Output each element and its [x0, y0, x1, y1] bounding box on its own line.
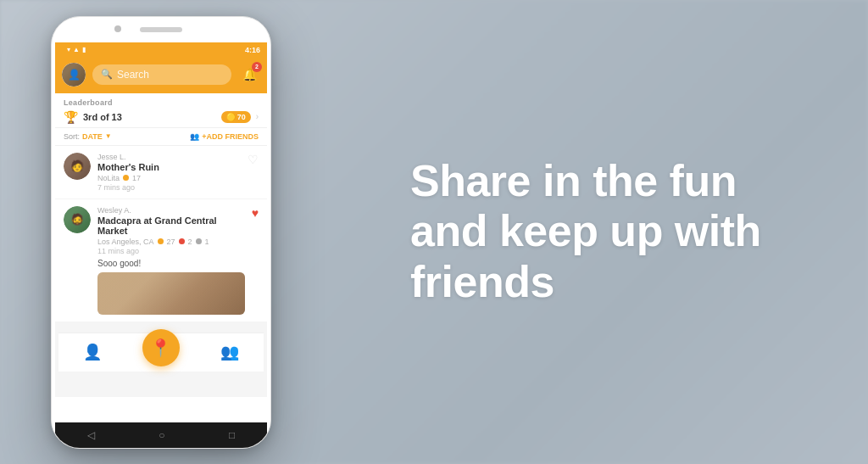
like-button-1[interactable]: ♡	[248, 153, 259, 192]
search-icon: 🔍	[101, 69, 113, 80]
neighborhood-label: NoLita	[97, 174, 120, 182]
points-badge: 🟡 70	[221, 111, 251, 123]
score-dot-1	[123, 175, 129, 181]
feed-meta-1: NoLita 17	[97, 174, 241, 182]
user-avatar[interactable]: 👤	[62, 63, 86, 87]
leaderboard-row: 🏆 3rd of 13 🟡 70 ›	[64, 110, 259, 124]
sort-label: Sort:	[64, 132, 80, 141]
feed-place-1[interactable]: Mother's Ruin	[97, 162, 241, 172]
add-friends-label: +ADD FRIENDS	[202, 132, 259, 141]
battery-icon: ▮	[82, 46, 86, 53]
status-bar: ▾ ▲ ▮ 4:16	[55, 42, 267, 58]
hero-line2: and keep up with	[410, 207, 761, 256]
feed-image-2	[97, 272, 245, 315]
hero-heading: Share in the fun and keep up with friend…	[410, 156, 817, 308]
notification-badge: 2	[252, 62, 262, 72]
hero-line3: friends	[410, 257, 554, 306]
nav-checkin[interactable]: 📍	[140, 333, 182, 372]
status-time: 4:16	[245, 46, 260, 54]
comments-dot	[196, 238, 202, 244]
feed-time-1: 7 mins ago	[97, 183, 241, 192]
phone-camera	[114, 25, 121, 32]
likes-dot	[179, 238, 185, 244]
add-friends-icon: 👥	[190, 132, 199, 141]
feed-avatar-2: 🧔	[64, 206, 91, 233]
sort-chevron-icon: ▼	[105, 132, 112, 140]
feed-user-2: Wesley A.	[97, 206, 245, 215]
feed-meta-2: Los Angeles, CA 27 2 1	[97, 238, 245, 246]
score-1: 17	[132, 174, 141, 182]
sort-controls[interactable]: Sort: DATE ▼	[64, 132, 112, 141]
feed-image-overlay	[97, 272, 245, 315]
back-button[interactable]: ◁	[87, 429, 95, 441]
status-icons: ▾ ▲ ▮	[67, 46, 86, 53]
feed-user-1: Jesse L.	[97, 153, 241, 161]
feed-content-1: Jesse L. Mother's Ruin NoLita 17 7 mins …	[97, 153, 241, 192]
nav-profile[interactable]: 👤	[71, 333, 114, 372]
rank-icon: 🏆	[64, 110, 78, 124]
wifi-icon: ▾	[67, 46, 70, 53]
leaderboard-title: Leaderboard	[64, 98, 259, 107]
phone-wrapper: ▾ ▲ ▮ 4:16 👤 🔍 Search 🔔 2	[51, 16, 288, 449]
feed-comment-2: Sooo good!	[97, 259, 245, 268]
phone-screen: ▾ ▲ ▮ 4:16 👤 🔍 Search 🔔 2	[55, 42, 267, 397]
search-bar: 👤 🔍 Search 🔔 2	[55, 58, 267, 93]
feed-avatar-1: 🧑	[64, 153, 91, 180]
score-2: 27	[167, 238, 175, 246]
checkin-active-button[interactable]: 📍	[142, 329, 180, 366]
nav-friends[interactable]: 👥	[209, 333, 251, 372]
coin-icon: 🟡	[226, 113, 236, 121]
friends-icon: 👥	[220, 343, 239, 361]
signal-icon: ▲	[73, 46, 80, 53]
checkin-icon: 📍	[150, 338, 171, 358]
likes-count: 2	[188, 238, 192, 246]
bottom-nav: 👤 📍 👥	[58, 333, 264, 372]
feed-item[interactable]: 🧑 Jesse L. Mother's Ruin NoLita 17 7 min…	[55, 146, 267, 199]
phone-device: ▾ ▲ ▮ 4:16 👤 🔍 Search 🔔 2	[51, 16, 271, 449]
android-nav-bar: ◁ ○ □	[55, 422, 267, 448]
home-button[interactable]: ○	[159, 429, 164, 441]
like-button-2[interactable]: ♥	[252, 206, 259, 315]
feed-time-2: 11 mins ago	[97, 247, 245, 255]
leaderboard-section[interactable]: Leaderboard 🏆 3rd of 13 🟡 70 ›	[55, 93, 267, 128]
search-input[interactable]: 🔍 Search	[92, 64, 231, 85]
feed-place-2[interactable]: Madcapra at Grand Central Market	[97, 215, 245, 236]
profile-icon: 👤	[83, 343, 102, 361]
recents-button[interactable]: □	[229, 429, 235, 441]
points-value: 70	[237, 113, 246, 121]
feed: 🧑 Jesse L. Mother's Ruin NoLita 17 7 min…	[55, 146, 267, 322]
chevron-right-icon: ›	[256, 112, 259, 121]
sort-bar: Sort: DATE ▼ 👥 +ADD FRIENDS	[55, 128, 267, 146]
search-placeholder: Search	[117, 69, 149, 81]
notification-button[interactable]: 🔔 2	[238, 64, 260, 86]
sort-value[interactable]: DATE	[82, 132, 103, 141]
add-friends-button[interactable]: 👥 +ADD FRIENDS	[190, 132, 259, 141]
hero-line1: Share in the fun	[410, 156, 737, 205]
rank-text: 3rd of 13	[83, 112, 216, 122]
hero-text-container: Share in the fun and keep up with friend…	[410, 156, 817, 308]
score-dot-2	[158, 238, 164, 244]
location-label: Los Angeles, CA	[97, 238, 154, 246]
feed-content-2: Wesley A. Madcapra at Grand Central Mark…	[97, 206, 245, 315]
comments-count: 1	[205, 238, 209, 246]
feed-item-2[interactable]: 🧔 Wesley A. Madcapra at Grand Central Ma…	[55, 199, 267, 322]
avatar-image: 👤	[62, 63, 86, 87]
